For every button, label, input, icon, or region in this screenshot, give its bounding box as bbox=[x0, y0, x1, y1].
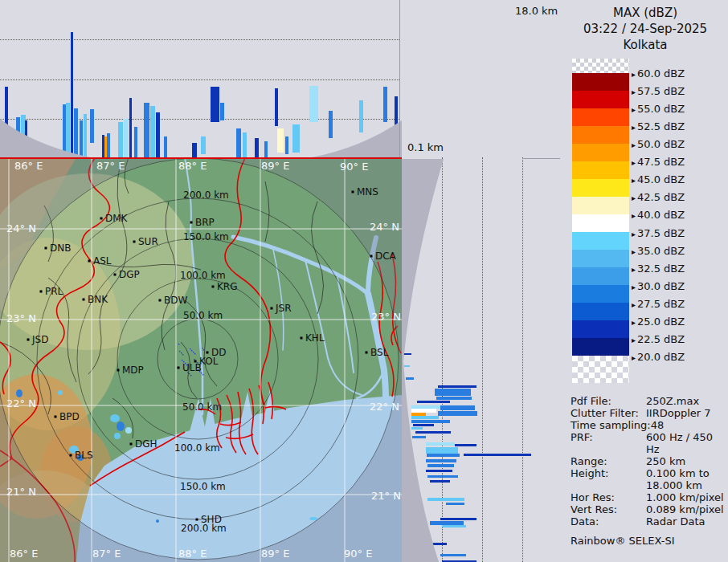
metadata-value: 1.000 km/pixel bbox=[646, 491, 724, 503]
longitude-label: 87° E bbox=[96, 160, 125, 172]
legend-tick-arrow-icon: ▸ bbox=[632, 140, 636, 149]
legend-label: ▸40.0 dBZ bbox=[632, 209, 685, 221]
echo-column bbox=[164, 136, 167, 157]
latitude-label: 23° N bbox=[6, 312, 36, 324]
height-gridline bbox=[0, 39, 399, 40]
legend-label: ▸37.5 dBZ bbox=[632, 226, 685, 238]
urban-clutter-speckle bbox=[179, 351, 180, 352]
metadata-value: Radar Data bbox=[646, 515, 705, 527]
urban-clutter-speckle bbox=[202, 348, 202, 348]
city-label-BPD: BPD bbox=[59, 411, 80, 422]
echo-row bbox=[440, 518, 476, 520]
city-marker-DD bbox=[207, 352, 209, 354]
city-label-DGH: DGH bbox=[135, 438, 157, 450]
legend-band-55.0-dBZ bbox=[572, 108, 629, 126]
height-gridline bbox=[0, 79, 399, 80]
echo-column bbox=[292, 124, 300, 153]
echo-row bbox=[427, 498, 464, 501]
radar-map: 86° E87° E88° E89° E90° E86° E87° E88° E… bbox=[0, 157, 402, 562]
city-label-BLS: BLS bbox=[75, 450, 93, 461]
metadata-value: 0.089 km/pixel bbox=[646, 503, 724, 515]
city-label-DMK: DMK bbox=[105, 213, 129, 224]
legend-under-range-band bbox=[572, 356, 629, 383]
legend-tick-arrow-icon: ▸ bbox=[632, 299, 636, 308]
echo-row bbox=[435, 389, 471, 396]
city-label-MDP: MDP bbox=[122, 364, 144, 376]
echo-column bbox=[124, 119, 129, 157]
echo-row bbox=[426, 459, 456, 462]
echo-column bbox=[16, 117, 20, 157]
urban-clutter-speckle bbox=[203, 349, 204, 350]
precipitation-echo bbox=[58, 390, 63, 395]
metadata-label: PRF: bbox=[571, 431, 646, 455]
echo-column bbox=[71, 32, 73, 157]
city-marker-DGP bbox=[114, 274, 117, 276]
echo-column bbox=[277, 128, 284, 153]
echo-row bbox=[426, 470, 452, 472]
echo-row bbox=[440, 405, 475, 410]
urban-clutter-speckle bbox=[202, 374, 203, 375]
legend-band-50.0-dBZ bbox=[572, 144, 629, 161]
metadata-row: Range:250 km bbox=[571, 455, 728, 467]
metadata-row: Height:0.100 km to 18.000 km bbox=[571, 467, 728, 491]
height-gridline bbox=[482, 157, 483, 562]
top-panel-height-label: 18.0 km bbox=[515, 5, 558, 17]
legend-tick-arrow-icon: ▸ bbox=[632, 352, 636, 361]
legend-band-30.0-dBZ bbox=[572, 285, 629, 303]
beam-blind-zone-shape bbox=[0, 0, 402, 157]
city-label-BDW: BDW bbox=[164, 295, 187, 306]
metadata-label: Vert Res: bbox=[571, 503, 646, 515]
latitude-label: 23° N bbox=[371, 311, 401, 323]
legend-band-42.5-dBZ bbox=[572, 197, 629, 214]
city-label-BNK: BNK bbox=[88, 294, 108, 305]
height-gridline bbox=[522, 157, 523, 562]
city-label-KRG: KRG bbox=[217, 281, 238, 292]
echo-row bbox=[442, 525, 466, 527]
range-ring-label: 100.0 km bbox=[180, 270, 226, 281]
city-marker-MNS bbox=[352, 191, 354, 193]
urban-clutter-speckle bbox=[190, 348, 190, 349]
echo-column bbox=[275, 88, 278, 126]
city-marker-MDP bbox=[117, 369, 120, 372]
latitude-label: 22° N bbox=[6, 397, 36, 409]
legend-band-35.0-dBZ bbox=[572, 250, 629, 267]
echo-column bbox=[118, 122, 123, 157]
echo-column bbox=[25, 120, 27, 157]
echo-row bbox=[426, 447, 458, 454]
metadata-value: IIRDoppler 7 bbox=[646, 407, 711, 419]
right-panel-top-border bbox=[522, 158, 560, 159]
city-marker-SUR bbox=[133, 241, 136, 243]
legend-label: ▸45.0 dBZ bbox=[632, 173, 685, 185]
legend-tick-arrow-icon: ▸ bbox=[632, 246, 636, 255]
echo-column bbox=[129, 98, 132, 157]
urban-clutter-speckle bbox=[191, 350, 192, 351]
echo-row bbox=[411, 427, 423, 430]
echo-column bbox=[243, 132, 247, 157]
longitude-label: 86° E bbox=[14, 160, 43, 172]
metadata-label: Height: bbox=[571, 467, 646, 491]
echo-row bbox=[417, 401, 450, 403]
echo-row bbox=[464, 454, 531, 456]
legend-band-27.5-dBZ bbox=[572, 303, 629, 320]
legend-band-40.0-dBZ bbox=[572, 214, 629, 232]
urban-clutter-speckle bbox=[190, 375, 191, 376]
city-label-DNB: DNB bbox=[50, 242, 71, 254]
legend-color-scale bbox=[572, 59, 629, 383]
precipitation-echo bbox=[117, 422, 125, 431]
longitude-label: 90° E bbox=[344, 548, 372, 560]
city-marker-BDW bbox=[159, 299, 162, 302]
precipitation-echo bbox=[156, 519, 159, 523]
legend-label: ▸50.0 dBZ bbox=[632, 138, 685, 150]
metadata-value: 0.100 km to 18.000 km bbox=[646, 467, 710, 491]
echo-row bbox=[455, 444, 476, 446]
top-cross-section-panel bbox=[0, 0, 402, 157]
metadata-value: 250Z.max bbox=[646, 395, 699, 407]
echo-row bbox=[411, 416, 439, 419]
legend-tick-arrow-icon: ▸ bbox=[632, 282, 636, 291]
echo-row bbox=[427, 454, 460, 457]
legend-label: ▸35.0 dBZ bbox=[632, 244, 685, 256]
metadata-row: Vert Res:0.089 km/pixel bbox=[571, 503, 728, 515]
city-marker-SHD bbox=[196, 519, 198, 521]
echo-column bbox=[309, 86, 318, 122]
echo-row bbox=[403, 353, 411, 355]
